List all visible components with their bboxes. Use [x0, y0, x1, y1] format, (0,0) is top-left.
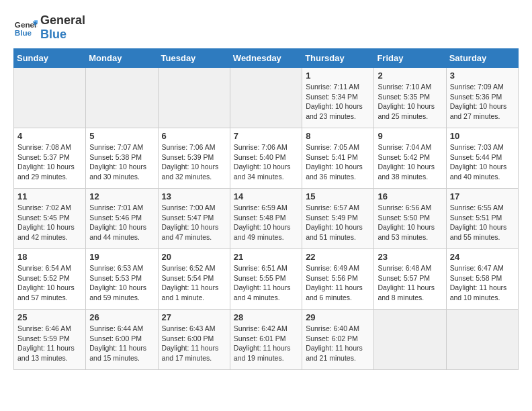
weekday-header: Tuesday: [158, 49, 230, 68]
calendar-day-cell: 4Sunrise: 7:08 AM Sunset: 5:37 PM Daylig…: [14, 128, 86, 189]
day-info: Sunrise: 6:55 AM Sunset: 5:51 PM Dayligh…: [450, 203, 515, 242]
day-number: 10: [450, 131, 515, 141]
day-number: 23: [378, 252, 442, 262]
day-info: Sunrise: 6:40 AM Sunset: 6:02 PM Dayligh…: [306, 324, 370, 363]
calendar-day-cell: 13Sunrise: 7:00 AM Sunset: 5:47 PM Dayli…: [158, 189, 230, 249]
calendar-day-cell: 26Sunrise: 6:44 AM Sunset: 6:00 PM Dayli…: [86, 310, 158, 370]
day-number: 19: [89, 252, 154, 262]
day-number: 3: [450, 71, 515, 81]
calendar-day-cell: 8Sunrise: 7:05 AM Sunset: 5:41 PM Daylig…: [302, 128, 374, 189]
calendar-day-cell: 25Sunrise: 6:46 AM Sunset: 5:59 PM Dayli…: [14, 310, 86, 370]
day-number: 2: [378, 71, 442, 81]
day-info: Sunrise: 6:43 AM Sunset: 6:00 PM Dayligh…: [162, 324, 226, 363]
day-info: Sunrise: 6:51 AM Sunset: 5:55 PM Dayligh…: [234, 263, 298, 303]
calendar-week-row: 11Sunrise: 7:02 AM Sunset: 5:45 PM Dayli…: [14, 189, 519, 249]
day-info: Sunrise: 6:44 AM Sunset: 6:00 PM Dayligh…: [89, 324, 154, 363]
day-number: 15: [306, 191, 370, 201]
day-info: Sunrise: 7:10 AM Sunset: 5:35 PM Dayligh…: [378, 82, 442, 122]
day-info: Sunrise: 6:59 AM Sunset: 5:48 PM Dayligh…: [234, 203, 298, 242]
calendar-day-cell: 12Sunrise: 7:01 AM Sunset: 5:46 PM Dayli…: [86, 189, 158, 249]
calendar-day-cell: 22Sunrise: 6:49 AM Sunset: 5:56 PM Dayli…: [302, 249, 374, 310]
day-number: 1: [306, 71, 370, 81]
day-number: 26: [89, 312, 154, 322]
logo-blue: Blue: [40, 28, 66, 41]
day-number: 24: [450, 252, 515, 262]
day-number: 14: [234, 191, 298, 201]
day-info: Sunrise: 7:02 AM Sunset: 5:45 PM Dayligh…: [17, 203, 82, 242]
calendar-day-cell: 5Sunrise: 7:07 AM Sunset: 5:38 PM Daylig…: [86, 128, 158, 189]
day-number: 25: [17, 312, 82, 322]
calendar-day-cell: 23Sunrise: 6:48 AM Sunset: 5:57 PM Dayli…: [374, 249, 446, 310]
day-info: Sunrise: 6:57 AM Sunset: 5:49 PM Dayligh…: [306, 203, 370, 242]
weekday-header: Thursday: [302, 49, 374, 68]
calendar-day-cell: [230, 68, 302, 128]
calendar-week-row: 25Sunrise: 6:46 AM Sunset: 5:59 PM Dayli…: [14, 310, 519, 370]
day-info: Sunrise: 7:04 AM Sunset: 5:42 PM Dayligh…: [378, 142, 442, 182]
calendar-day-cell: 14Sunrise: 6:59 AM Sunset: 5:48 PM Dayli…: [230, 189, 302, 249]
day-number: 6: [162, 131, 226, 141]
calendar-day-cell: 9Sunrise: 7:04 AM Sunset: 5:42 PM Daylig…: [374, 128, 446, 189]
day-info: Sunrise: 7:06 AM Sunset: 5:40 PM Dayligh…: [234, 142, 298, 182]
day-info: Sunrise: 6:42 AM Sunset: 6:01 PM Dayligh…: [234, 324, 298, 363]
calendar-day-cell: 11Sunrise: 7:02 AM Sunset: 5:45 PM Dayli…: [14, 189, 86, 249]
calendar-day-cell: [158, 68, 230, 128]
calendar-week-row: 4Sunrise: 7:08 AM Sunset: 5:37 PM Daylig…: [14, 128, 519, 189]
svg-text:Blue: Blue: [15, 28, 32, 37]
day-info: Sunrise: 6:46 AM Sunset: 5:59 PM Dayligh…: [17, 324, 82, 363]
day-number: 18: [17, 252, 82, 262]
calendar-table: SundayMondayTuesdayWednesdayThursdayFrid…: [13, 48, 519, 370]
calendar-day-cell: 1Sunrise: 7:11 AM Sunset: 5:34 PM Daylig…: [302, 68, 374, 128]
weekday-header: Sunday: [14, 49, 86, 68]
day-info: Sunrise: 7:09 AM Sunset: 5:36 PM Dayligh…: [450, 82, 515, 122]
calendar-day-cell: [14, 68, 86, 128]
day-number: 20: [162, 252, 226, 262]
day-info: Sunrise: 6:54 AM Sunset: 5:52 PM Dayligh…: [17, 263, 82, 303]
weekday-header: Monday: [86, 49, 158, 68]
day-number: 22: [306, 252, 370, 262]
calendar-day-cell: [374, 310, 446, 370]
day-number: 27: [162, 312, 226, 322]
logo-icon: General Blue: [13, 15, 38, 40]
day-number: 5: [89, 131, 154, 141]
day-info: Sunrise: 7:06 AM Sunset: 5:39 PM Dayligh…: [162, 142, 226, 182]
day-number: 7: [234, 131, 298, 141]
day-number: 8: [306, 131, 370, 141]
day-number: 16: [378, 191, 442, 201]
day-info: Sunrise: 6:48 AM Sunset: 5:57 PM Dayligh…: [378, 263, 442, 303]
day-info: Sunrise: 7:05 AM Sunset: 5:41 PM Dayligh…: [306, 142, 370, 182]
calendar-day-cell: 20Sunrise: 6:52 AM Sunset: 5:54 PM Dayli…: [158, 249, 230, 310]
calendar-day-cell: 7Sunrise: 7:06 AM Sunset: 5:40 PM Daylig…: [230, 128, 302, 189]
calendar-day-cell: 15Sunrise: 6:57 AM Sunset: 5:49 PM Dayli…: [302, 189, 374, 249]
calendar-day-cell: 29Sunrise: 6:40 AM Sunset: 6:02 PM Dayli…: [302, 310, 374, 370]
day-number: 9: [378, 131, 442, 141]
calendar-day-cell: 16Sunrise: 6:56 AM Sunset: 5:50 PM Dayli…: [374, 189, 446, 249]
day-info: Sunrise: 7:11 AM Sunset: 5:34 PM Dayligh…: [306, 82, 370, 122]
day-info: Sunrise: 7:08 AM Sunset: 5:37 PM Dayligh…: [17, 142, 82, 182]
day-number: 11: [17, 191, 82, 201]
day-number: 17: [450, 191, 515, 201]
day-info: Sunrise: 6:53 AM Sunset: 5:53 PM Dayligh…: [89, 263, 154, 303]
weekday-header: Saturday: [446, 49, 518, 68]
day-info: Sunrise: 7:01 AM Sunset: 5:46 PM Dayligh…: [89, 203, 154, 242]
calendar-day-cell: 21Sunrise: 6:51 AM Sunset: 5:55 PM Dayli…: [230, 249, 302, 310]
calendar-header: SundayMondayTuesdayWednesdayThursdayFrid…: [14, 49, 519, 68]
calendar-day-cell: [86, 68, 158, 128]
calendar-day-cell: [446, 310, 518, 370]
day-info: Sunrise: 7:03 AM Sunset: 5:44 PM Dayligh…: [450, 142, 515, 182]
calendar-day-cell: 18Sunrise: 6:54 AM Sunset: 5:52 PM Dayli…: [14, 249, 86, 310]
day-number: 13: [162, 191, 226, 201]
calendar-day-cell: 6Sunrise: 7:06 AM Sunset: 5:39 PM Daylig…: [158, 128, 230, 189]
calendar-day-cell: 17Sunrise: 6:55 AM Sunset: 5:51 PM Dayli…: [446, 189, 518, 249]
day-info: Sunrise: 7:00 AM Sunset: 5:47 PM Dayligh…: [162, 203, 226, 242]
day-number: 29: [306, 312, 370, 322]
calendar-day-cell: 28Sunrise: 6:42 AM Sunset: 6:01 PM Dayli…: [230, 310, 302, 370]
day-number: 4: [17, 131, 82, 141]
calendar-day-cell: 27Sunrise: 6:43 AM Sunset: 6:00 PM Dayli…: [158, 310, 230, 370]
calendar-day-cell: 19Sunrise: 6:53 AM Sunset: 5:53 PM Dayli…: [86, 249, 158, 310]
day-info: Sunrise: 7:07 AM Sunset: 5:38 PM Dayligh…: [89, 142, 154, 182]
page-header: General Blue General Blue: [13, 13, 519, 42]
day-number: 21: [234, 252, 298, 262]
weekday-header: Friday: [374, 49, 446, 68]
weekday-header: Wednesday: [230, 49, 302, 68]
calendar-week-row: 1Sunrise: 7:11 AM Sunset: 5:34 PM Daylig…: [14, 68, 519, 128]
